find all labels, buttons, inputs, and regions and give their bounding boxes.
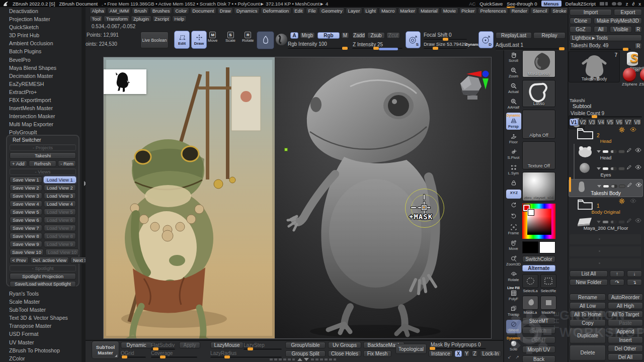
material-thumb[interactable]: zbro_clayset_s04: [522, 172, 555, 201]
sidebar-item[interactable]: ExtractPro+: [0, 88, 82, 96]
shelf-icon-button[interactable]: Dynamic Solo: [506, 335, 521, 352]
shelf-icon-button[interactable]: XYZ: [506, 190, 521, 199]
menu-item[interactable]: Tool: [90, 16, 103, 22]
sidebar-item[interactable]: FBX ExportImport: [0, 96, 82, 104]
tool-r-button[interactable]: R: [634, 43, 642, 49]
focal-shift-handle[interactable]: [443, 38, 448, 41]
secondary-color-swatch[interactable]: [539, 241, 555, 253]
views-section-header[interactable]: - Views: [10, 168, 76, 175]
move-in-button[interactable]: ↴: [627, 279, 642, 286]
save-view-button[interactable]: Save View 5: [10, 209, 42, 215]
sidebar-item[interactable]: Batch Plugins: [0, 47, 82, 55]
sidebar-item[interactable]: EaZyREMESH: [0, 80, 82, 88]
projects-section-header[interactable]: - Projects: [10, 144, 76, 151]
view-tab[interactable]: V2: [579, 119, 587, 126]
scale-button[interactable]: S Scale: [225, 32, 235, 43]
rgb-intensity-slider[interactable]: Rgb Intensity 100: [288, 41, 327, 47]
sidebar-item[interactable]: InsertMesh Master: [0, 104, 82, 112]
active-brush-thumb[interactable]: MaskLasso: [522, 50, 555, 77]
menu-item[interactable]: Draw: [217, 8, 233, 14]
move-down-button[interactable]: ↓: [627, 270, 642, 277]
apply-button[interactable]: Apply: [179, 342, 200, 348]
save-view-button[interactable]: Save View 7: [10, 225, 42, 231]
list-all-button[interactable]: List All: [570, 270, 608, 277]
lazy-radius-slider[interactable]: LazyRadius: [210, 350, 236, 356]
coverage-track[interactable]: [151, 356, 197, 358]
dynamic-brush-button[interactable]: D: [478, 31, 494, 48]
load-view-button[interactable]: Load View 8: [44, 233, 76, 239]
divider-dashes[interactable]: [270, 358, 295, 360]
quicksave-button[interactable]: QuickSave: [479, 1, 503, 7]
sidebar-item[interactable]: BevelPro: [0, 56, 82, 64]
subtool-panel-title[interactable]: Subtool: [573, 103, 591, 109]
sidebar-item[interactable]: Ambient Occlusion: [0, 39, 82, 47]
subtool-folder-body[interactable]: 1 Body Original: [569, 198, 643, 215]
export-button[interactable]: Export: [614, 9, 642, 16]
lazy-step-track[interactable]: [244, 348, 282, 350]
save-view-button[interactable]: Save View 4: [10, 201, 42, 207]
view-tab[interactable]: V8: [633, 119, 641, 126]
grid-button-left[interactable]: Rename: [570, 294, 606, 301]
subtool-toggles[interactable]: [597, 148, 642, 155]
shelf-icon-button[interactable]: [506, 178, 521, 188]
load-view-button[interactable]: Load View 5: [44, 209, 76, 215]
y-axis-button[interactable]: Y: [463, 350, 470, 357]
texture-thumb[interactable]: Texture Off: [522, 141, 555, 169]
sidebar-item[interactable]: Intersection Masker: [0, 112, 82, 120]
adjust-last-slider[interactable]: AdjustLast 1: [496, 42, 523, 48]
grid-button-left[interactable]: All To Home: [570, 311, 606, 318]
save-view-button[interactable]: Save View 8: [10, 233, 42, 239]
subtool-item-head[interactable]: Head: [569, 145, 643, 161]
menu-item[interactable]: Material: [418, 8, 440, 14]
layout-switch-icon[interactable]: [600, 2, 608, 6]
switch-color-button[interactable]: SwitchColor: [522, 256, 555, 262]
z-intensity-handle[interactable]: [373, 47, 379, 50]
grid-button-left[interactable]: Copy: [570, 319, 606, 326]
menu-item[interactable]: Color: [173, 8, 189, 14]
delete-button[interactable]: Delete: [570, 345, 606, 360]
restore-button[interactable]: ∂: [632, 1, 635, 7]
fix-mesh-button[interactable]: Fix Mesh: [363, 350, 391, 357]
grid-button-right[interactable]: All High: [608, 302, 643, 309]
z-axis-button[interactable]: Z: [471, 350, 478, 357]
groups-split-button[interactable]: Groups Split: [285, 350, 326, 357]
menu-item[interactable]: Picker: [459, 8, 477, 14]
subtool-toggles[interactable]: [597, 183, 642, 190]
mask-by-polygroups-slider[interactable]: Mask By Polygroups 0: [431, 342, 481, 347]
qgrid-track[interactable]: [121, 356, 146, 358]
sidebar-item[interactable]: UV Master: [0, 338, 82, 346]
sidebar-item[interactable]: SubTool Master: [0, 306, 82, 314]
subtool-toggles[interactable]: [597, 218, 642, 225]
make-polymesh3d-button[interactable]: Make PolyMesh3D: [594, 18, 642, 24]
menu-item[interactable]: Alpha: [90, 8, 106, 14]
sidebar-item[interactable]: Multi Map Exporter: [0, 120, 82, 128]
load-view-button[interactable]: Load View 10: [45, 249, 79, 255]
shelf-icon-button[interactable]: Ghost: [506, 320, 521, 333]
menu-item[interactable]: Stencil: [530, 8, 549, 14]
mrgb-button[interactable]: Mrgb: [300, 32, 315, 39]
menu-item[interactable]: Marker: [398, 8, 418, 14]
subtool-toggles[interactable]: [597, 165, 642, 172]
divider-dashes[interactable]: [311, 358, 336, 360]
sidebar-item[interactable]: Projection Master: [0, 15, 82, 23]
load-view-button[interactable]: Load View 4: [44, 201, 76, 207]
del-mt-button[interactable]: DelMT: [522, 336, 555, 343]
sidebar-item[interactable]: ZBrush To Photoshop: [0, 346, 82, 354]
tool-thumb-zsphere2[interactable]: ZSphere: [639, 68, 644, 86]
add-project-button[interactable]: + Add: [10, 160, 27, 167]
view-tab[interactable]: V7: [624, 119, 632, 126]
menu-item[interactable]: Edit: [292, 8, 305, 14]
shelf-icon-button[interactable]: Zoom: [506, 66, 521, 79]
shelf-icon-button[interactable]: Move: [506, 238, 521, 252]
load-view-button[interactable]: Load View 7: [44, 225, 76, 231]
visible-count-track[interactable]: [570, 116, 642, 118]
shelf-icon-button[interactable]: Dynamic Persp: [506, 113, 521, 130]
zcut-button[interactable]: Zcut: [386, 32, 400, 39]
document-viewport[interactable]: [103, 57, 492, 339]
x-axis-button[interactable]: X: [455, 350, 462, 357]
shelf-icon-button[interactable]: [506, 201, 521, 210]
active-tool-thumb[interactable]: 7 Takeshi Body: [569, 51, 620, 82]
rotate-button[interactable]: R Rotate: [242, 32, 254, 43]
menu-item[interactable]: Light: [363, 8, 378, 14]
sidebar-item[interactable]: ZColor: [0, 354, 82, 362]
